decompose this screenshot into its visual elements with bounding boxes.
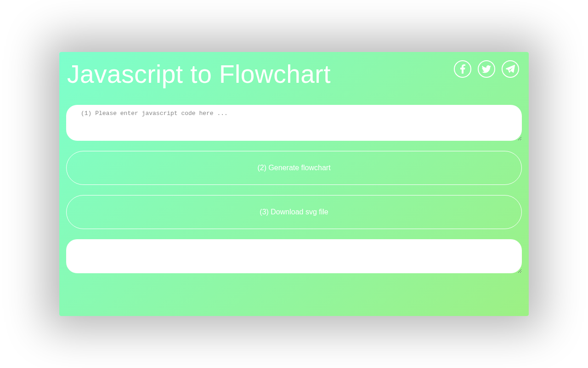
download-button[interactable]: (3) Download svg file <box>66 195 522 229</box>
twitter-link[interactable] <box>478 60 495 78</box>
header: Javascript to Flowchart <box>66 58 522 88</box>
code-input[interactable] <box>66 105 522 141</box>
page-title: Javascript to Flowchart <box>67 60 331 88</box>
svg-output[interactable] <box>66 239 522 273</box>
telegram-icon <box>506 65 515 73</box>
social-links <box>454 60 519 78</box>
generate-button[interactable]: (2) Generate flowchart <box>66 151 522 185</box>
facebook-link[interactable] <box>454 60 471 78</box>
main-stack: (2) Generate flowchart (3) Download svg … <box>66 105 522 273</box>
facebook-icon <box>460 64 465 74</box>
twitter-icon <box>482 65 491 73</box>
telegram-link[interactable] <box>502 60 519 78</box>
app-card: Javascript to Flowchart (2) Generate flo… <box>59 52 529 316</box>
